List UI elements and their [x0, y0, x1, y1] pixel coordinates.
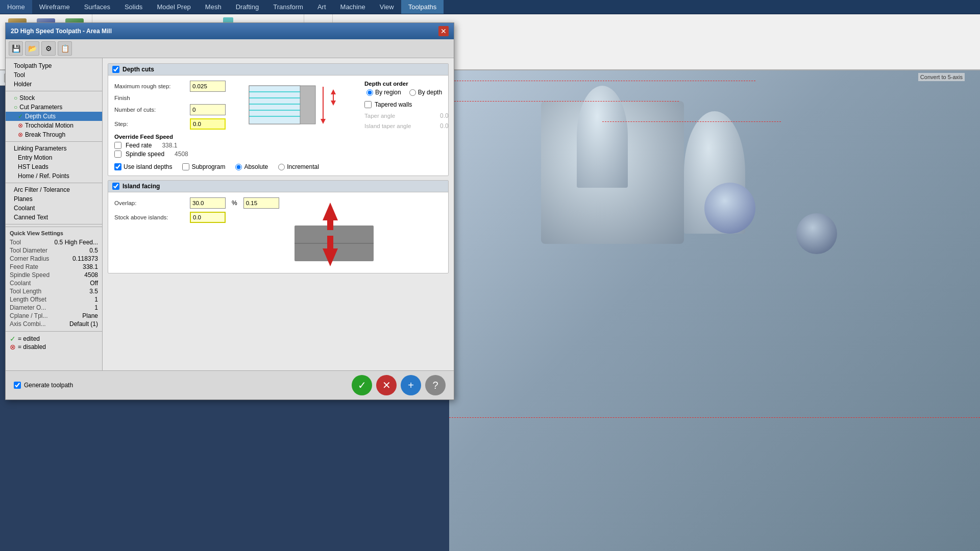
tree-item-linking_parameters[interactable]: Linking Parameters	[6, 144, 102, 153]
subprogram-checkbox[interactable]	[182, 163, 189, 170]
incremental-radio[interactable]	[278, 164, 285, 170]
menu-machine[interactable]: Machine	[333, 0, 373, 14]
tree-item-arc_filter__tolerance[interactable]: Arc Filter / Tolerance	[6, 185, 102, 194]
menu-solids[interactable]: Solids	[117, 0, 150, 14]
tree-item-break_through[interactable]: ⊗Break Through	[6, 130, 102, 139]
tapered-walls-checkbox[interactable]	[364, 101, 372, 108]
menu-art[interactable]: Art	[310, 0, 333, 14]
help-btn[interactable]: ?	[425, 375, 446, 395]
island-facing-header[interactable]: Island facing	[108, 181, 448, 192]
qv-value: 1	[94, 304, 98, 311]
tree-item-home__ref_points[interactable]: Home / Ref. Points	[6, 171, 102, 181]
pct-sign: %	[232, 199, 237, 207]
generate-row: Generate toolpath	[14, 382, 73, 389]
tree-item-label: Toolpath Type	[14, 62, 52, 69]
feed-rate-checkbox[interactable]	[114, 142, 121, 149]
depth-cuts-options: Depth cut order By region By depth	[364, 81, 454, 133]
red-dashed-1	[449, 81, 755, 81]
depth-cuts-header[interactable]: Depth cuts	[108, 64, 448, 76]
toolbar-settings-btn[interactable]: ⚙	[41, 41, 56, 56]
subprogram-label[interactable]: Subprogram	[182, 163, 225, 170]
menu-view[interactable]: View	[373, 0, 401, 14]
tree-item-trochoidal_motion[interactable]: ⊗Trochoidal Motion	[6, 121, 102, 130]
spindle-speed-checkbox[interactable]	[114, 151, 121, 158]
island-facing-form: Overlap: % Stock above islands:	[114, 197, 279, 226]
svg-marker-14	[323, 203, 338, 220]
island-taper-label: Island taper angle	[364, 123, 436, 129]
qv-label: Axis Combi...	[10, 320, 46, 328]
toolbar-save-btn[interactable]: 💾	[9, 41, 23, 56]
tree-item-canned_text[interactable]: Canned Text	[6, 213, 102, 222]
stock-above-input[interactable]	[190, 212, 226, 223]
overlap-pct-input[interactable]	[190, 197, 226, 209]
tree-item-planes[interactable]: Planes	[6, 194, 102, 204]
step-input[interactable]	[190, 118, 226, 130]
by-depth-radio[interactable]	[409, 89, 416, 96]
absolute-radio[interactable]	[235, 164, 242, 170]
max-rough-label: Maximum rough step:	[114, 83, 186, 89]
menu-home[interactable]: Home	[0, 0, 32, 14]
quick-view-row: Diameter O...1	[10, 304, 98, 312]
depth-cuts-checkbox[interactable]	[112, 66, 119, 73]
cancel-btn[interactable]: ✕	[376, 375, 397, 395]
tree-item-coolant[interactable]: Coolant	[6, 204, 102, 213]
by-region-radio[interactable]	[366, 89, 373, 96]
tree-item-depth_cuts[interactable]: ✓Depth Cuts	[6, 112, 102, 121]
quick-view-row: Axis Combi...Default (1)	[10, 320, 98, 328]
num-cuts-input[interactable]	[190, 104, 226, 115]
max-rough-row: Maximum rough step:	[114, 81, 226, 92]
max-rough-input[interactable]	[190, 81, 226, 92]
quick-view-row: Tool0.5 High Feed...	[10, 238, 98, 246]
incremental-radio-label[interactable]: Incremental	[278, 163, 319, 170]
island-facing-checkbox[interactable]	[112, 183, 119, 190]
menu-modelprep[interactable]: Model Prep	[150, 0, 198, 14]
ok-btn[interactable]: ✓	[352, 375, 372, 395]
spindle-speed-row: Spindle speed 4508	[114, 151, 226, 158]
menu-drafting[interactable]: Drafting	[229, 0, 266, 14]
tree-item-stock[interactable]: ○Stock	[6, 93, 102, 103]
menu-toolpaths[interactable]: Toolpaths	[401, 0, 444, 14]
qv-label: Corner Radius	[10, 255, 49, 262]
quick-view-row: CoolantOff	[10, 279, 98, 287]
tree-item-entry_motion[interactable]: Entry Motion	[6, 153, 102, 162]
generate-toolpath-checkbox[interactable]	[14, 382, 21, 389]
stock-above-label: Stock above islands:	[114, 214, 186, 220]
overlap-label: Overlap:	[114, 200, 186, 206]
overlap-abs-input[interactable]	[243, 197, 279, 209]
tree-item-holder[interactable]: Holder	[6, 80, 102, 89]
tree-icon-check: ✓	[18, 113, 23, 120]
tree-item-tool[interactable]: Tool	[6, 70, 102, 80]
tree-divider	[6, 183, 102, 183]
menu-mesh[interactable]: Mesh	[198, 0, 229, 14]
menu-surfaces[interactable]: Surfaces	[77, 0, 117, 14]
absolute-radio-label[interactable]: Absolute	[235, 163, 268, 170]
menu-wireframe[interactable]: Wireframe	[32, 0, 77, 14]
tree-item-hst_leads[interactable]: HST Leads	[6, 162, 102, 171]
use-island-label[interactable]: Use island depths	[114, 163, 172, 170]
qv-value: 0.5 High Feed...	[55, 239, 98, 246]
qv-value: 3.5	[89, 288, 98, 295]
use-island-checkbox[interactable]	[114, 163, 121, 170]
by-region-label: By region	[375, 89, 401, 96]
toolbar-open-btn[interactable]: 📂	[25, 41, 39, 56]
dialog-close-btn[interactable]: ✕	[438, 26, 449, 36]
tree-container: Toolpath TypeToolHolder○Stock○Cut Parame…	[6, 61, 102, 222]
tree-item-label: Linking Parameters	[14, 145, 66, 152]
island-taper-row: Island taper angle 0.0	[364, 122, 454, 130]
toolbar-options-btn[interactable]: 📋	[58, 41, 72, 56]
depth-cuts-body: Maximum rough step: Finish Number of cut…	[108, 76, 448, 176]
by-depth-label: By depth	[418, 89, 442, 96]
red-dashed-4	[449, 417, 980, 418]
svg-rect-17	[327, 236, 333, 249]
tree-panel: Toolpath TypeToolHolder○Stock○Cut Parame…	[6, 58, 103, 370]
tree-item-cut_parameters[interactable]: ○Cut Parameters	[6, 103, 102, 112]
add-btn[interactable]: +	[401, 375, 421, 395]
tree-item-label: Break Through	[25, 131, 65, 138]
qv-label: Tool Length	[10, 288, 41, 295]
step-label: Step:	[114, 121, 186, 127]
by-depth-radio-label[interactable]: By depth	[409, 89, 442, 96]
tree-item-toolpath_type[interactable]: Toolpath Type	[6, 61, 102, 70]
qv-value: 0.118373	[72, 255, 98, 262]
by-region-radio-label[interactable]: By region	[366, 89, 401, 96]
menu-transform[interactable]: Transform	[266, 0, 310, 14]
